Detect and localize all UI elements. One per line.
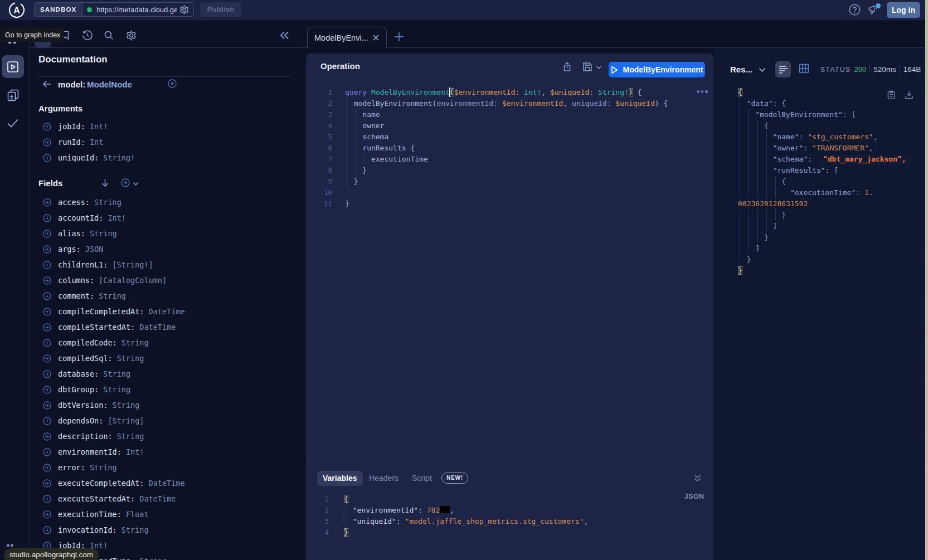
doc-row-type[interactable]: [String!] (113, 260, 153, 269)
doc-row-type[interactable]: [CatalogColumn] (99, 276, 167, 285)
sort-fields-icon[interactable] (101, 178, 109, 187)
doc-row-type[interactable]: String (103, 385, 130, 394)
add-to-query-icon[interactable] (43, 198, 51, 207)
doc-row[interactable]: jobId: Int! (29, 119, 306, 134)
collapse-docs-icon[interactable] (279, 31, 290, 40)
add-to-query-icon[interactable] (43, 154, 51, 162)
doc-row[interactable]: description: String (29, 428, 306, 444)
add-to-query-icon[interactable] (43, 495, 51, 503)
add-fields-chevron-icon[interactable] (133, 182, 139, 186)
add-to-query-icon[interactable] (43, 214, 51, 222)
doc-row[interactable]: invocationId: String (29, 522, 306, 538)
rail-item-schema[interactable] (7, 89, 20, 101)
doc-row[interactable]: accountId: Int! (29, 210, 306, 226)
operation-editor[interactable]: 1234567891011 query ModelByEnvironment($… (306, 53, 713, 459)
doc-row[interactable]: database: String (29, 366, 306, 382)
doc-row-type[interactable]: DateTime (139, 323, 176, 332)
add-to-query-icon[interactable] (43, 354, 51, 363)
close-tab-icon[interactable] (372, 34, 380, 41)
doc-row[interactable]: alias: String (29, 226, 306, 241)
doc-row[interactable]: executeCompletedAt: DateTime (29, 475, 306, 491)
doc-row[interactable]: executeStartedAt: DateTime (29, 491, 306, 507)
doc-row-type[interactable]: Int! (108, 213, 126, 222)
tab-script[interactable]: Script (412, 471, 432, 486)
doc-row-type[interactable]: String (139, 557, 167, 560)
login-button[interactable]: Log in (887, 2, 920, 18)
rail-item-checks[interactable] (6, 118, 20, 129)
doc-row-type[interactable]: String (94, 198, 122, 207)
doc-row[interactable]: args: JSON (29, 241, 306, 257)
doc-row-type[interactable]: String (122, 338, 149, 347)
apollo-logo[interactable]: A (8, 2, 25, 18)
add-to-query-icon[interactable] (43, 432, 51, 441)
add-to-query-icon[interactable] (43, 448, 51, 456)
help-icon[interactable] (849, 4, 861, 16)
doc-row-type[interactable]: Float (126, 510, 149, 519)
publish-button[interactable]: Publish (200, 2, 241, 17)
history-icon[interactable] (82, 30, 93, 41)
doc-row[interactable]: environmentId: Int! (29, 444, 306, 460)
doc-field-type-link[interactable]: ModelNode (87, 80, 132, 89)
doc-row-type[interactable]: String (99, 291, 126, 300)
doc-row-type[interactable]: Int! (90, 122, 108, 131)
add-to-query-icon[interactable] (43, 123, 51, 131)
doc-row[interactable]: childrenL1: [String!] (29, 257, 306, 272)
doc-row-type[interactable]: String (90, 463, 117, 472)
add-to-query-icon[interactable] (43, 464, 51, 472)
doc-row[interactable]: compileStartedAt: DateTime (29, 319, 306, 335)
tab-headers[interactable]: Headers (369, 471, 399, 486)
doc-row[interactable]: dbtVersion: String (29, 397, 306, 413)
search-icon[interactable] (104, 30, 114, 41)
doc-row[interactable]: executionTime: Float (29, 507, 306, 522)
add-to-query-icon[interactable] (43, 323, 51, 332)
doc-row-type[interactable]: String! (103, 153, 135, 162)
add-to-query-icon[interactable] (43, 138, 51, 147)
doc-row-type[interactable]: String (117, 354, 144, 363)
doc-row[interactable]: dbtGroup: String (29, 382, 306, 397)
doc-row[interactable]: dependsOn: [String] (29, 413, 306, 428)
add-field-icon[interactable] (168, 79, 177, 88)
variables-editor[interactable]: 1234 { "environmentId": 782, "uniqueId":… (306, 494, 713, 560)
announcements-megaphone-icon[interactable] (867, 3, 882, 16)
doc-row[interactable]: columns: [CatalogColumn] (29, 272, 306, 288)
doc-row-type[interactable]: DateTime (139, 494, 176, 503)
collapse-panel-icon[interactable] (693, 474, 702, 482)
operation-tab[interactable]: ModelByEnvi... (307, 27, 387, 48)
add-to-query-icon[interactable] (43, 386, 51, 394)
doc-row-type[interactable]: String (103, 369, 130, 378)
add-to-query-icon[interactable] (43, 261, 51, 269)
doc-row[interactable]: compiledSql: String (29, 350, 306, 366)
new-tab-icon[interactable] (392, 30, 406, 43)
add-to-query-icon[interactable] (43, 479, 51, 488)
add-to-query-icon[interactable] (43, 292, 51, 300)
doc-row[interactable]: access: String (29, 194, 306, 210)
doc-row-type[interactable]: DateTime (149, 479, 185, 488)
add-to-query-icon[interactable] (43, 370, 51, 378)
add-to-query-icon[interactable] (43, 230, 51, 238)
doc-row[interactable]: uniqueId: String! (29, 150, 306, 165)
add-to-query-icon[interactable] (43, 245, 51, 254)
doc-row-type[interactable]: Int (90, 138, 103, 147)
doc-row[interactable]: comment: String (29, 288, 306, 304)
settings-gear-icon[interactable] (126, 30, 137, 41)
back-arrow-icon[interactable] (42, 80, 51, 88)
doc-row-type[interactable]: [String] (108, 416, 144, 425)
doc-row-type[interactable]: DateTime (149, 307, 185, 316)
doc-row-type[interactable]: String (117, 432, 144, 441)
endpoint-url-input[interactable]: https://metadata.cloud.getd (96, 6, 177, 14)
sandbox-chip[interactable]: SANDBOX (35, 3, 82, 16)
add-to-query-icon[interactable] (43, 276, 51, 285)
doc-row-type[interactable]: JSON (85, 245, 104, 254)
doc-row[interactable]: runId: Int (29, 134, 306, 150)
add-to-query-icon[interactable] (43, 417, 51, 425)
doc-row[interactable]: error: String (29, 460, 306, 475)
add-to-query-icon[interactable] (43, 401, 51, 410)
add-to-query-icon[interactable] (43, 339, 51, 347)
doc-row-type[interactable]: String (90, 229, 117, 238)
add-to-query-icon[interactable] (43, 526, 51, 534)
endpoint-settings-gear-icon[interactable] (179, 5, 189, 14)
doc-row-type[interactable]: String (122, 525, 149, 534)
rail-bottom-icon[interactable] (6, 543, 18, 548)
doc-row-type[interactable]: String (113, 401, 140, 410)
doc-row[interactable]: compiledCode: String (29, 335, 306, 350)
